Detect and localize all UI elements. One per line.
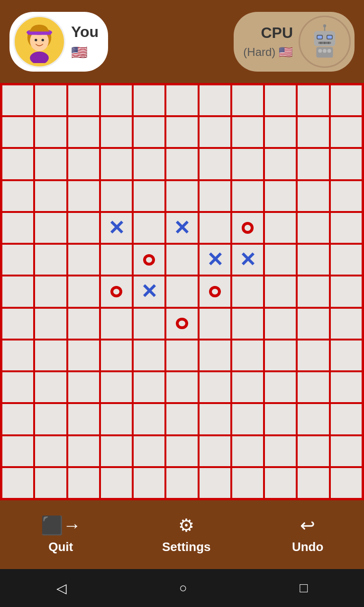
cell[interactable] <box>67 308 100 340</box>
cell[interactable] <box>297 467 329 499</box>
cell[interactable] <box>231 84 264 116</box>
cell[interactable] <box>264 371 297 403</box>
cell[interactable] <box>1 116 34 148</box>
cell[interactable] <box>330 148 363 180</box>
cell[interactable] <box>1 212 34 244</box>
cell[interactable] <box>231 403 264 435</box>
cell[interactable]: ✕ <box>133 276 165 307</box>
cell[interactable] <box>165 308 198 340</box>
cell[interactable] <box>264 308 297 340</box>
cell[interactable] <box>100 371 133 403</box>
cell[interactable] <box>264 148 297 180</box>
cell[interactable] <box>133 212 165 244</box>
cell[interactable] <box>34 116 67 148</box>
cell[interactable] <box>231 148 264 180</box>
cell[interactable] <box>231 116 264 148</box>
cell[interactable] <box>67 148 100 180</box>
cell[interactable] <box>297 148 329 180</box>
cell[interactable] <box>100 340 133 371</box>
cell[interactable] <box>133 340 165 371</box>
cell[interactable] <box>199 467 231 499</box>
cell[interactable] <box>330 180 363 212</box>
cell[interactable]: ✕ <box>165 212 198 244</box>
cell[interactable] <box>231 276 264 307</box>
cell[interactable] <box>264 435 297 467</box>
cell[interactable] <box>100 308 133 340</box>
cell[interactable] <box>165 180 198 212</box>
cell[interactable] <box>165 148 198 180</box>
cell[interactable] <box>67 212 100 244</box>
cell[interactable] <box>264 467 297 499</box>
cell[interactable] <box>133 467 165 499</box>
cell[interactable] <box>330 435 363 467</box>
cell[interactable] <box>34 371 67 403</box>
game-board[interactable]: ✕✕✕✕✕ <box>0 83 364 500</box>
cell[interactable] <box>264 212 297 244</box>
cell[interactable] <box>330 340 363 371</box>
cell[interactable] <box>34 340 67 371</box>
cell[interactable] <box>67 244 100 276</box>
cell[interactable] <box>34 180 67 212</box>
cell[interactable] <box>231 212 264 244</box>
cell[interactable] <box>199 403 231 435</box>
cell[interactable] <box>100 180 133 212</box>
cell[interactable] <box>165 371 198 403</box>
cell[interactable] <box>297 403 329 435</box>
cell[interactable] <box>264 116 297 148</box>
cell[interactable] <box>231 340 264 371</box>
cell[interactable] <box>165 84 198 116</box>
cell[interactable] <box>199 371 231 403</box>
cell[interactable] <box>231 371 264 403</box>
cell[interactable] <box>1 340 34 371</box>
cell[interactable] <box>34 403 67 435</box>
cell[interactable] <box>1 371 34 403</box>
cell[interactable] <box>264 84 297 116</box>
home-button[interactable]: ○ <box>170 576 197 600</box>
cell[interactable] <box>330 371 363 403</box>
cell[interactable] <box>67 371 100 403</box>
cell[interactable] <box>165 467 198 499</box>
cell[interactable] <box>330 276 363 307</box>
quit-button[interactable]: ⬛→ Quit <box>31 510 91 559</box>
cell[interactable] <box>67 467 100 499</box>
cell[interactable] <box>297 116 329 148</box>
cell[interactable] <box>67 116 100 148</box>
cell[interactable] <box>297 276 329 307</box>
cell[interactable] <box>67 180 100 212</box>
cell[interactable] <box>67 84 100 116</box>
back-button[interactable]: ◁ <box>47 576 76 601</box>
cell[interactable] <box>100 467 133 499</box>
cell[interactable] <box>199 308 231 340</box>
cell[interactable] <box>34 212 67 244</box>
cell[interactable] <box>1 84 34 116</box>
cell[interactable] <box>67 403 100 435</box>
cell[interactable] <box>199 116 231 148</box>
cell[interactable] <box>231 308 264 340</box>
cell[interactable] <box>264 403 297 435</box>
cell[interactable] <box>100 435 133 467</box>
cell[interactable] <box>34 435 67 467</box>
cell[interactable] <box>330 84 363 116</box>
cell[interactable] <box>330 467 363 499</box>
cell[interactable] <box>297 340 329 371</box>
cell[interactable] <box>34 84 67 116</box>
cell[interactable] <box>199 212 231 244</box>
cell[interactable] <box>1 435 34 467</box>
cell[interactable] <box>199 84 231 116</box>
cell[interactable] <box>34 276 67 307</box>
cell[interactable] <box>199 435 231 467</box>
cell[interactable] <box>330 244 363 276</box>
cell[interactable] <box>231 180 264 212</box>
cell[interactable] <box>133 84 165 116</box>
cell[interactable] <box>297 84 329 116</box>
cell[interactable] <box>1 403 34 435</box>
cell[interactable] <box>297 371 329 403</box>
cell[interactable] <box>100 84 133 116</box>
cell[interactable]: ✕ <box>199 244 231 276</box>
recent-button[interactable]: □ <box>290 576 317 600</box>
cell[interactable] <box>1 148 34 180</box>
cell[interactable] <box>100 276 133 307</box>
cell[interactable] <box>133 308 165 340</box>
cell[interactable] <box>133 148 165 180</box>
cell[interactable] <box>297 308 329 340</box>
